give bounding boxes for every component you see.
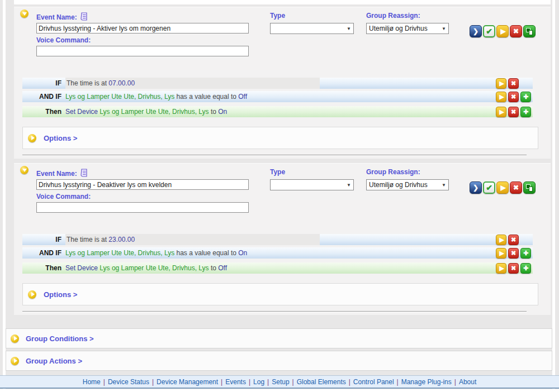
- event-name-input[interactable]: [36, 179, 249, 190]
- delete-event-button[interactable]: ✖: [510, 181, 522, 194]
- footer-separator: |: [218, 378, 225, 386]
- run-row-button[interactable]: ▶: [496, 263, 506, 274]
- event-block: Event Name: Voice Command: Type ▼ Group …: [14, 7, 551, 159]
- group-reassign-select[interactable]: Utemiljø og Drivhus ▼: [366, 179, 449, 190]
- type-column: Type ▼: [270, 168, 354, 190]
- options-expander[interactable]: Options >: [22, 283, 538, 305]
- delete-row-button[interactable]: ✖: [508, 235, 519, 245]
- row-text-segment: Off: [218, 264, 227, 272]
- block-divider: [22, 311, 527, 312]
- chevron-down-icon: ▼: [442, 26, 446, 31]
- footer-link-events[interactable]: Events: [225, 378, 246, 386]
- group-conditions-expander[interactable]: Group Conditions >: [6, 328, 552, 348]
- group-conditions-label: Group Conditions >: [26, 334, 94, 343]
- row-action-buttons: ▶✖✚: [496, 263, 533, 274]
- run-row-button[interactable]: ▶: [496, 235, 506, 245]
- voice-command-input[interactable]: [36, 202, 249, 213]
- event-note-icon[interactable]: [80, 12, 88, 21]
- row-description: The time is at 07.00.00: [65, 78, 320, 89]
- footer-separator: |: [246, 378, 253, 386]
- page-bottom: [0, 389, 559, 392]
- collapse-event-icon[interactable]: [20, 166, 29, 174]
- delete-row-button[interactable]: ✖: [508, 78, 519, 89]
- row-action-buttons: ▶✖✚: [496, 107, 533, 117]
- row-action-buttons: ▶✖: [496, 235, 533, 245]
- footer-link-setup[interactable]: Setup: [272, 378, 289, 386]
- delete-event-button[interactable]: ✖: [510, 25, 522, 37]
- footer-separator: |: [346, 378, 353, 386]
- row-description: Lys og Lamper Ute Ute, Drivhus, Lys has …: [65, 247, 247, 259]
- row-text-segment: Lys og Lamper Ute Ute, Drivhus, Lys: [100, 264, 209, 272]
- group-reassign-select[interactable]: Utemiljø og Drivhus ▼: [366, 23, 449, 34]
- type-select[interactable]: ▼: [270, 179, 354, 190]
- right-page-strip: [552, 0, 555, 389]
- row-action-buttons: ▶✖✚: [496, 92, 533, 102]
- condition-row-andif: AND IFLys og Lamper Ute Ute, Drivhus, Ly…: [22, 247, 533, 259]
- row-description: Lys og Lamper Ute Ute, Drivhus, Lys has …: [65, 91, 247, 102]
- footer-link-log[interactable]: Log: [253, 378, 264, 386]
- row-text-segment: Lys og Lamper Ute Ute, Drivhus, Lys: [100, 108, 209, 116]
- event-rows: IFThe time is at 07.00.00▶✖AND IFLys og …: [22, 78, 533, 119]
- row-action-buttons: ▶✖: [496, 78, 533, 89]
- delete-row-button[interactable]: ✖: [508, 92, 519, 102]
- collapse-event-icon[interactable]: [20, 9, 29, 18]
- run-row-button[interactable]: ▶: [496, 92, 506, 102]
- footer-link-manage-plug-ins[interactable]: Manage Plug-ins: [401, 378, 452, 386]
- voice-command-input[interactable]: [36, 46, 249, 56]
- delete-row-button[interactable]: ✖: [508, 107, 519, 117]
- run-row-button[interactable]: ▶: [496, 107, 506, 117]
- group-actions-expander[interactable]: Group Actions >: [6, 351, 552, 371]
- row-text-segment: has a value equal to: [174, 249, 238, 257]
- event-action-buttons: ❯✔▶✖: [470, 181, 536, 194]
- go-event-button[interactable]: ❯: [470, 181, 482, 194]
- copy-event-button[interactable]: [523, 181, 536, 194]
- check-event-button[interactable]: ✔: [483, 25, 495, 37]
- expand-icon[interactable]: [28, 134, 36, 142]
- block-divider: [22, 155, 527, 156]
- footer-link-control-panel[interactable]: Control Panel: [353, 378, 394, 386]
- previous-section-edge: [14, 0, 551, 4]
- row-keyword: AND IF: [22, 93, 65, 101]
- row-keyword: IF: [22, 79, 65, 87]
- footer-link-home[interactable]: Home: [83, 378, 101, 386]
- check-event-button[interactable]: ✔: [483, 181, 495, 194]
- delete-row-button[interactable]: ✖: [508, 248, 519, 259]
- group-reassign-value: Utemiljø og Drivhus: [369, 25, 428, 32]
- options-expander[interactable]: Options >: [22, 127, 538, 149]
- run-row-button[interactable]: ▶: [496, 248, 506, 259]
- row-action-buttons: ▶✖✚: [496, 248, 533, 259]
- options-label: Options >: [44, 290, 77, 299]
- event-name-column: Event Name: Voice Command:: [36, 168, 250, 213]
- add-row-button[interactable]: ✚: [520, 248, 531, 259]
- delete-row-button[interactable]: ✖: [508, 263, 519, 274]
- chevron-down-icon: ▼: [347, 26, 351, 31]
- footer-link-device-management[interactable]: Device Management: [157, 378, 218, 386]
- row-keyword: Then: [22, 264, 65, 272]
- group-reassign-label: Group Reassign:: [366, 12, 449, 20]
- event-note-icon[interactable]: [80, 169, 88, 178]
- voice-command-label: Voice Command:: [36, 193, 250, 200]
- footer-link-global-elements[interactable]: Global Elements: [297, 378, 346, 386]
- row-text-segment: On: [218, 108, 227, 116]
- expand-icon[interactable]: [11, 334, 19, 343]
- expand-icon[interactable]: [11, 357, 19, 365]
- event-name-input[interactable]: [36, 23, 249, 34]
- group-reassign-column: Group Reassign: Utemiljø og Drivhus ▼: [366, 168, 449, 190]
- footer-separator: |: [101, 378, 108, 386]
- add-row-button[interactable]: ✚: [520, 92, 531, 102]
- type-label: Type: [270, 12, 354, 20]
- copy-event-button[interactable]: [523, 25, 536, 37]
- run-row-button[interactable]: ▶: [496, 78, 506, 89]
- type-select[interactable]: ▼: [270, 23, 354, 34]
- run-event-button[interactable]: ▶: [496, 25, 509, 37]
- footer-link-about[interactable]: About: [459, 378, 476, 386]
- footer-link-device-status[interactable]: Device Status: [108, 378, 149, 386]
- options-label: Options >: [44, 134, 77, 142]
- condition-row-then: ThenSet Device Lys og Lamper Ute Ute, Dr…: [22, 262, 533, 274]
- voice-command-label: Voice Command:: [36, 36, 250, 44]
- add-row-button[interactable]: ✚: [520, 263, 531, 274]
- expand-icon[interactable]: [28, 290, 36, 299]
- go-event-button[interactable]: ❯: [470, 25, 482, 37]
- run-event-button[interactable]: ▶: [496, 181, 509, 194]
- add-row-button[interactable]: ✚: [520, 107, 531, 117]
